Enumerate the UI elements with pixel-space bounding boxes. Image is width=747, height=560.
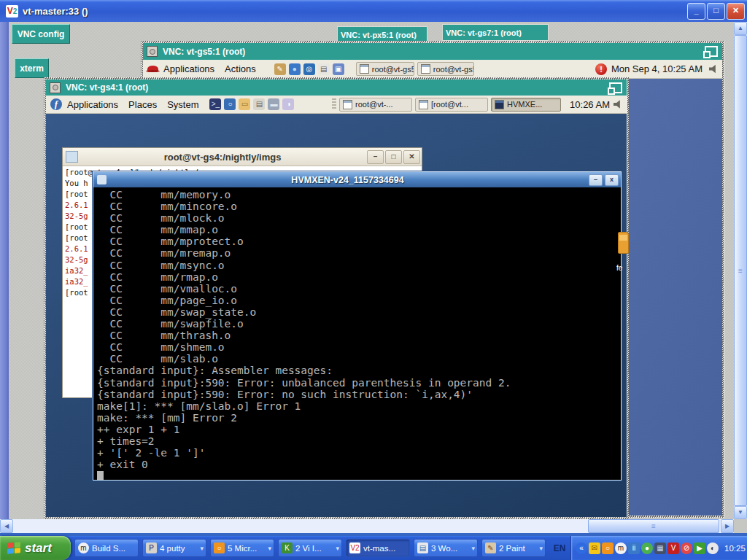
gs4-menu-applications[interactable]: Applications [67,99,118,110]
start-label: start [25,541,52,556]
taskbar-button-icon: P [146,542,157,553]
gs4-window-menu-icon[interactable] [50,82,61,93]
folder-icon[interactable] [618,232,629,254]
users-icon[interactable]: ii [628,542,640,554]
chevron-down-icon[interactable]: ▾ [471,545,475,552]
minimize-button[interactable]: – [589,174,603,186]
taskbar-button[interactable]: ✎2 Paint▾ [481,539,546,557]
start-button[interactable]: start [0,536,71,560]
maven-icon[interactable]: m [615,542,627,554]
gs5-launchers: ✎●◎▤▣ [273,63,346,75]
folder-launcher-icon[interactable]: ▭ [239,98,250,110]
close-button[interactable]: ✕ [727,3,745,20]
printer-launcher-icon[interactable]: ▤ [253,98,265,110]
vertical-scroll-thumb[interactable]: ≡ [734,35,747,506]
window-list-label: root@vt-... [355,100,393,109]
close-button[interactable]: ✕ [403,150,420,164]
panel-handle[interactable] [332,98,336,111]
taskbar-button[interactable]: V2vt-mas... [346,539,410,557]
maximize-icon[interactable] [609,82,622,93]
hvmxen-console[interactable]: CC mm/memory.o CC mm/mincore.o CC mm/mlo… [93,187,621,480]
window-list-button[interactable]: root@vt-gs5:/ [356,62,414,76]
browser-launcher-icon[interactable]: ● [289,63,301,75]
window-list-button[interactable]: root@vt-gs5:/ [417,62,474,76]
vnc-window-gs7-titlebar[interactable]: VNC: vt-gs7:1 (root) [442,24,549,41]
close-button[interactable]: x [605,174,619,186]
windows-flag-icon [7,542,20,554]
scroll-left-button[interactable]: ◀ [0,519,13,533]
maximize-button[interactable]: □ [707,3,725,20]
speaker-icon[interactable] [709,64,719,74]
writer-launcher-icon[interactable]: ✎ [274,63,286,75]
gs5-menu-applications[interactable]: Applications [163,63,214,74]
maximize-button[interactable]: □ [385,150,402,164]
display-launcher-icon[interactable]: ▣ [333,63,344,75]
laptop-launcher-icon[interactable]: ▬ [268,98,279,110]
minimize-button[interactable]: – [367,150,384,164]
blocked-icon[interactable]: ⊘ [681,542,692,554]
gs5-window-menu-icon[interactable] [147,46,158,57]
gs4-titlebar[interactable]: VNC: vt-gs4:1 (root) [46,79,627,96]
timer-icon[interactable]: ◐ [707,542,719,554]
horizontal-scroll-thumb[interactable]: ≡ [588,519,719,533]
gs4-clock: 10:26 AM [570,99,610,110]
gs4-launchers: >_○▭▤▬◑ [208,98,295,110]
taskbar-button[interactable]: P4 putty▾ [142,539,206,557]
horizontal-scrollbar[interactable]: ◀ ≡ ▶ [0,519,734,533]
window-list-button[interactable]: root@vt-... [339,98,412,112]
taskbar-button[interactable]: K2 Vi I...▾ [278,539,342,557]
xterm-button[interactable]: xterm [15,58,49,78]
chevron-down-icon[interactable]: ▾ [539,545,543,552]
maximize-icon[interactable] [705,46,718,57]
language-indicator[interactable]: EN [550,543,569,553]
taskbar-button[interactable]: mBuild S... [74,539,139,557]
window-list-button[interactable]: HVMXE... [491,98,561,112]
terminal1-titlebar[interactable]: root@vt-gs4:/nightly/imgs – □ ✕ [63,148,422,166]
monitor-launcher-icon[interactable]: ◑ [282,98,294,110]
taskbar-button[interactable]: ○5 Micr...▾ [210,539,274,557]
clock-icon[interactable]: ○ [602,542,614,554]
window-list-label: HVMXE... [507,100,542,109]
vertical-scrollbar[interactable]: ▲ ≡ ▼ [734,22,747,519]
print-launcher-icon[interactable]: ▤ [318,63,330,75]
alert-icon[interactable]: ! [595,63,607,75]
terminal-launcher-icon[interactable]: >_ [209,98,221,110]
gs5-clock: Mon Sep 4, 10:25 AM [611,63,703,74]
chevron-down-icon[interactable]: ▾ [268,545,271,552]
sync-icon[interactable]: ▶ [694,542,705,554]
antivirus-icon[interactable]: V [667,542,679,554]
xp-window-titlebar[interactable]: V2 vt-master:33 () _ □ ✕ [0,0,747,22]
gs5-menu-actions[interactable]: Actions [225,63,256,74]
messenger-icon[interactable]: ● [641,542,653,554]
device-icon[interactable]: ▦ [654,542,666,554]
window-list-button[interactable]: [root@vt... [415,98,488,112]
taskbar-button-label: 5 Micr... [228,544,266,553]
gs5-titlebar[interactable]: VNC: vt-gs5:1 (root) [143,43,722,60]
hvmxen-titlebar[interactable]: HVMXEN-v24_1157334694 – x [93,172,621,187]
scroll-down-button[interactable]: ▼ [734,506,747,519]
tray-chevron-icon[interactable]: « [576,542,587,554]
taskbar-button[interactable]: ▤3 Wo...▾ [414,539,478,557]
gs4-menu-system[interactable]: System [167,99,198,110]
minimize-button[interactable]: _ [687,3,705,20]
window-icon [419,100,428,109]
chevron-down-icon[interactable]: ▾ [336,545,339,552]
browser-clock-launcher-icon[interactable]: ○ [224,98,236,110]
scroll-right-button[interactable]: ▶ [721,519,734,533]
hvmxen-window-menu-icon[interactable] [97,175,107,184]
hvmxen-window: HVMXEN-v24_1157334694 – x CC mm/memory.o… [93,171,622,481]
fedora-menu-icon[interactable]: f [50,98,62,110]
vnc-config-button[interactable]: VNC config [12,24,70,44]
xp-taskbar: start mBuild S...P4 putty▾○5 Micr...▾K2 … [0,536,747,560]
xterm-label: xterm [20,63,44,74]
chevron-down-icon[interactable]: ▾ [200,545,204,552]
hvmxen-console-text: CC mm/memory.o CC mm/mincore.o CC mm/mlo… [93,187,621,480]
redhat-menu-icon[interactable] [147,66,158,72]
terminal1-window-menu-icon[interactable] [66,151,78,163]
scroll-up-button[interactable]: ▲ [734,22,747,35]
globe-launcher-icon[interactable]: ◎ [303,63,315,75]
gs4-menu-places[interactable]: Places [128,99,157,110]
window-left-border [0,22,9,519]
mail-icon[interactable]: ✉ [589,542,600,554]
speaker-icon[interactable] [614,100,623,109]
